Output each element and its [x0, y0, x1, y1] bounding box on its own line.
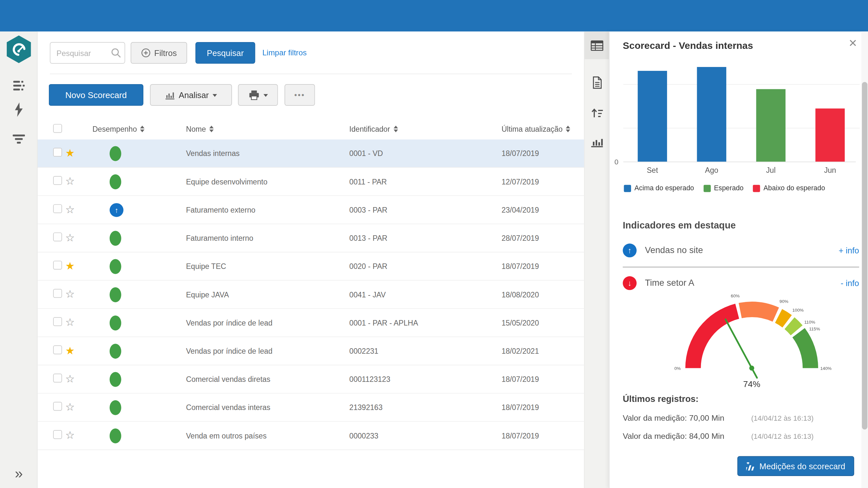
table-row[interactable]: ↑ Vendas por índice de lead 0001 - PAR -…: [37, 309, 584, 337]
star-icon[interactable]: [65, 288, 75, 300]
sidebar-expand-button[interactable]: [0, 466, 37, 480]
legend-swatch: [703, 184, 710, 191]
table-row[interactable]: ↑ Faturamento interno 0013 - PAR 28/07/2…: [37, 224, 584, 252]
row-checkbox[interactable]: [53, 374, 62, 383]
scorecard-identifier: 0003 - PAR: [349, 206, 501, 214]
sort-icon: [566, 126, 570, 132]
sort-asc-icon: [591, 108, 603, 118]
filters-button[interactable]: Filtros: [131, 42, 187, 64]
header-ultima-atualizacao[interactable]: Última atualização: [502, 125, 573, 133]
record-row: Valor da medição: 84,00 Min (14/04/12 às…: [623, 432, 861, 440]
row-checkbox[interactable]: [53, 261, 62, 270]
star-icon[interactable]: [65, 429, 75, 441]
header-desempenho[interactable]: Desempenho: [90, 125, 186, 133]
document-icon: [592, 76, 602, 89]
last-records-heading: Últimos registros:: [623, 394, 861, 404]
clear-filters-link[interactable]: Limpar filtros: [262, 48, 307, 57]
scorecard-identifier: 0001 - PAR - APLHA: [349, 318, 501, 327]
bar-chart-icon: [591, 136, 603, 148]
analyze-button[interactable]: Analisar: [150, 84, 232, 106]
filter-icon: [12, 134, 26, 144]
table-row[interactable]: ↑ Comercial vendas interas 21392163 18/0…: [37, 394, 584, 422]
table-row[interactable]: ↑ Equipe TEC 0020 - PAR 18/07/2019: [37, 252, 584, 281]
table-row[interactable]: ↑ Vendas internas 0001 - VD 18/07/2019: [37, 140, 584, 167]
new-scorecard-button[interactable]: Novo Scorecard: [49, 84, 143, 106]
table-row[interactable]: ↑ Comercial vendas diretas 0001123123 18…: [37, 365, 584, 394]
record-value: Valor da medição: 70,00 Min: [623, 414, 751, 422]
scorecard-measurements-button[interactable]: Medições do scorecard: [737, 456, 854, 476]
row-checkbox[interactable]: [53, 402, 62, 411]
view-table-button[interactable]: [585, 31, 610, 59]
row-checkbox[interactable]: [53, 204, 62, 213]
indicator-info-link[interactable]: - info: [841, 278, 859, 288]
table-icon: [591, 40, 603, 51]
search-button[interactable]: Pesquisar: [195, 42, 255, 64]
row-checkbox[interactable]: [53, 430, 62, 439]
last-update-date: 18/07/2019: [502, 262, 573, 271]
bar: [697, 67, 726, 161]
record-row: Valor da medição: 70,00 Min (14/04/12 às…: [623, 414, 861, 422]
close-icon[interactable]: [849, 36, 857, 50]
list-icon: [11, 80, 26, 92]
view-chart-button[interactable]: [585, 128, 610, 156]
table-row[interactable]: ↑ Equipe desenvolvimento 0011 - PAR 12/0…: [37, 167, 584, 196]
app-logo[interactable]: [7, 35, 31, 63]
header-nome[interactable]: Nome: [186, 125, 349, 133]
row-checkbox[interactable]: [53, 176, 62, 185]
chevron-down-icon: [213, 94, 217, 97]
scorecard-name: Faturamento interno: [186, 234, 349, 242]
row-checkbox[interactable]: [53, 232, 62, 241]
gauge-svg: 0%60%90%100%110%115%140%74%: [663, 285, 840, 394]
last-update-date: 15/05/2020: [502, 318, 573, 327]
row-checkbox[interactable]: [53, 345, 62, 354]
svg-text:140%: 140%: [820, 366, 832, 371]
header-identificador[interactable]: Identificador: [349, 125, 501, 133]
select-all-checkbox[interactable]: [53, 124, 62, 132]
more-options-button[interactable]: •••: [284, 84, 315, 106]
table-row[interactable]: ↑ Vendas por índice de lead 0002231 18/0…: [37, 337, 584, 365]
view-ranking-button[interactable]: [585, 99, 610, 127]
svg-text:90%: 90%: [780, 299, 788, 304]
legend-item: Acima do esperado: [624, 184, 694, 192]
x-tick-label: Jun: [815, 166, 845, 175]
last-update-date: 18/08/2020: [502, 290, 573, 299]
row-checkbox[interactable]: [53, 317, 62, 326]
star-icon[interactable]: [65, 204, 75, 215]
svg-text:115%: 115%: [809, 327, 820, 331]
legend-label: Abaixo do esperado: [764, 184, 825, 192]
table-row[interactable]: ↑ Venda em outros países 0000233 18/07/2…: [37, 422, 584, 450]
star-icon[interactable]: [65, 345, 75, 357]
last-update-date: 28/07/2019: [502, 234, 573, 242]
star-icon[interactable]: [65, 401, 75, 413]
bar: [756, 89, 785, 161]
table-row[interactable]: ↑ Equipe JAVA 0041 - JAV 18/08/2020: [37, 281, 584, 309]
scrollbar-thumb[interactable]: [862, 82, 867, 429]
row-checkbox[interactable]: [53, 148, 62, 157]
filters-button-label: Filtros: [154, 48, 177, 58]
star-icon[interactable]: [65, 232, 75, 244]
scorecard-identifier: 0000233: [349, 431, 501, 440]
sidebar-item-filter[interactable]: [0, 131, 37, 147]
performance-status-indicator: ↑: [110, 343, 121, 358]
view-document-button[interactable]: [585, 69, 610, 96]
indicator-divider: [623, 267, 859, 267]
table-row[interactable]: ↑ Faturamento externo 0003 - PAR 23/04/2…: [37, 196, 584, 224]
star-icon[interactable]: [65, 260, 75, 272]
indicator-info-link[interactable]: + info: [839, 246, 859, 255]
performance-status-indicator: ↑: [110, 203, 124, 217]
scorecard-name: Equipe TEC: [186, 262, 349, 271]
performance-status-indicator: ↑: [110, 174, 121, 189]
panel-title: Scorecard - Vendas internas: [623, 40, 753, 52]
svg-text:60%: 60%: [731, 294, 740, 298]
print-button[interactable]: [238, 84, 278, 106]
star-icon[interactable]: [65, 175, 75, 187]
row-checkbox[interactable]: [53, 289, 62, 298]
sidebar-item-scorecard-list[interactable]: [0, 77, 37, 94]
star-icon[interactable]: [65, 373, 75, 385]
highlights-heading: Indicadores em destaque: [623, 220, 736, 232]
star-icon[interactable]: [65, 147, 75, 159]
sidebar-item-actions[interactable]: [0, 101, 37, 118]
scorecard-name: Comercial vendas diretas: [186, 375, 349, 384]
star-icon[interactable]: [65, 316, 75, 328]
last-update-date: 18/07/2019: [502, 375, 573, 384]
